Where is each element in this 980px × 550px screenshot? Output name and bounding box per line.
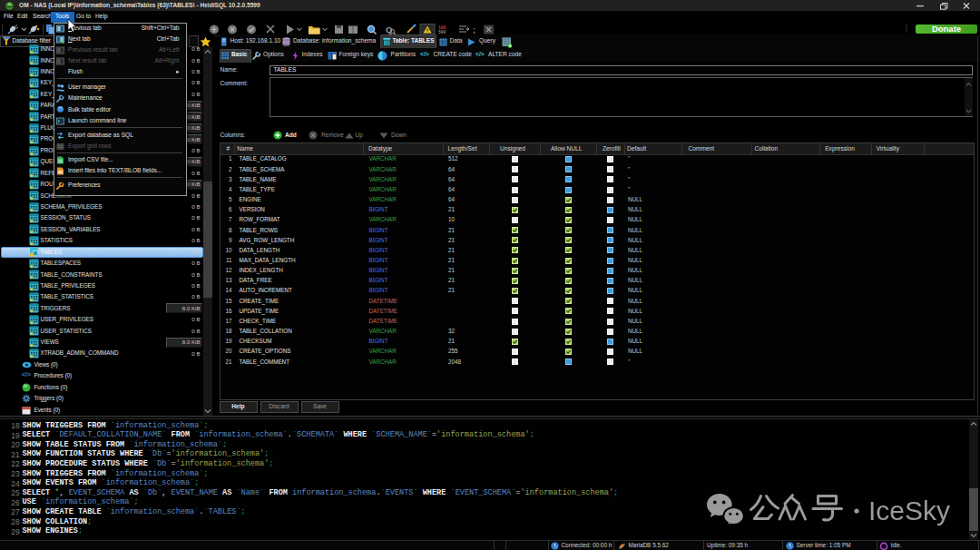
svg-text:;: ;: [473, 25, 475, 34]
svg-text:IceSky: IceSky: [868, 496, 950, 525]
